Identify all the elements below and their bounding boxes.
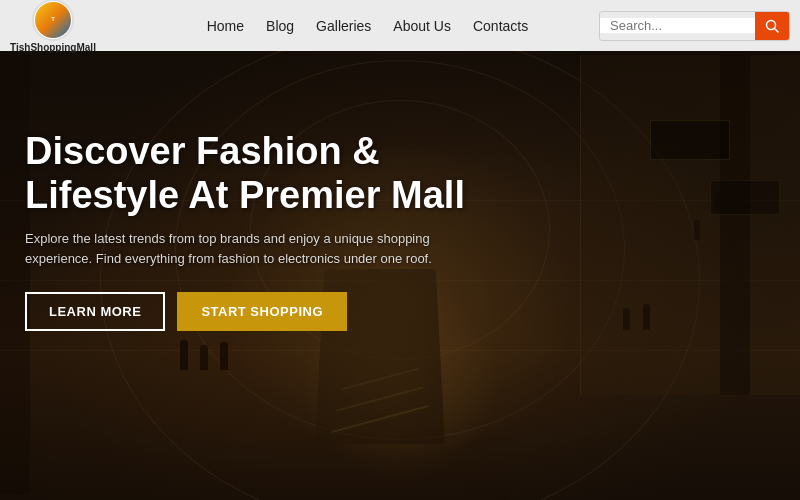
search-input[interactable]: [600, 18, 755, 33]
hero-description: Explore the latest trends from top brand…: [25, 229, 455, 268]
nav-home[interactable]: Home: [207, 18, 244, 34]
hero-buttons: LEARN MORE START SHOPPING: [25, 292, 525, 331]
logo-icon-text: T: [51, 16, 55, 23]
logo-circle: T: [32, 0, 74, 41]
hero-title: Discover Fashion & Lifestyle At Premier …: [25, 130, 525, 217]
logo-inner: T: [35, 2, 71, 38]
search-icon: [765, 19, 779, 33]
svg-line-1: [775, 28, 779, 32]
search-area: [599, 11, 790, 41]
hero-content: Discover Fashion & Lifestyle At Premier …: [25, 130, 525, 331]
main-nav: Home Blog Galleries About Us Contacts: [136, 18, 599, 34]
nav-galleries[interactable]: Galleries: [316, 18, 371, 34]
search-box: [599, 11, 790, 41]
search-button[interactable]: [755, 11, 789, 41]
learn-more-button[interactable]: LEARN MORE: [25, 292, 165, 331]
nav-blog[interactable]: Blog: [266, 18, 294, 34]
header: T TishShoppingMall Home Blog Galleries A…: [0, 0, 800, 51]
start-shopping-button[interactable]: START SHOPPING: [177, 292, 347, 331]
hero-section: Discover Fashion & Lifestyle At Premier …: [0, 0, 800, 500]
nav-contacts[interactable]: Contacts: [473, 18, 528, 34]
site-name: TishShoppingMall: [10, 42, 96, 53]
nav-about[interactable]: About Us: [393, 18, 451, 34]
logo-area[interactable]: T TishShoppingMall: [10, 0, 96, 53]
